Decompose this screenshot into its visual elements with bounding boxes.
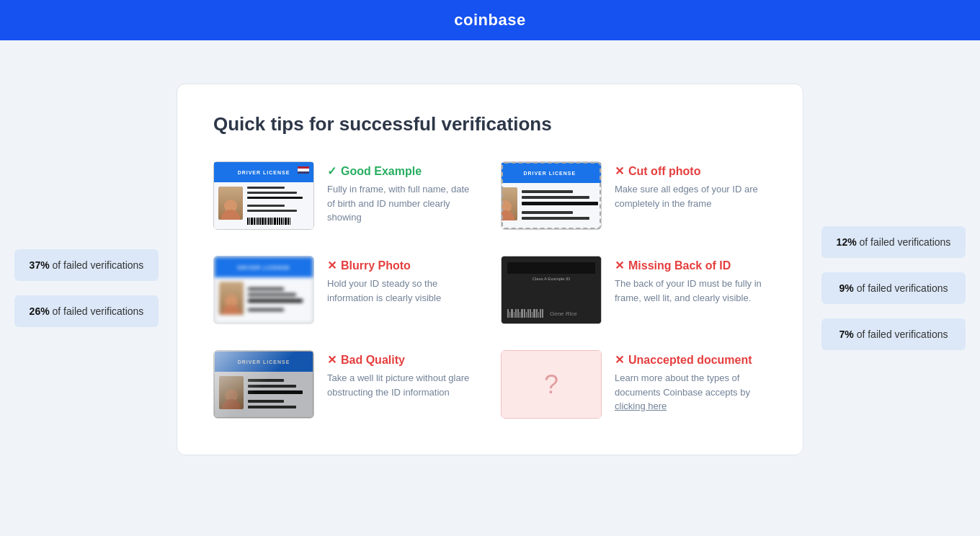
tip-title-unaccepted: Unaccepted document bbox=[628, 354, 752, 367]
right-stat-1: 12% of failed verifications bbox=[821, 226, 966, 258]
cross-icon-blurry: ✕ bbox=[327, 259, 337, 272]
left-stat-1: 37% of failed verifications bbox=[14, 249, 159, 281]
tip-unaccepted: ? ✕ Unaccepted document Learn more about… bbox=[501, 350, 767, 419]
tip-content-cutoff: ✕ Cut off photo Make sure all edges of y… bbox=[615, 161, 767, 210]
tip-title-back: Missing Back of ID bbox=[628, 259, 731, 272]
tip-title-row-good: ✓ Good Example bbox=[327, 164, 479, 178]
right-stat-1-percent: 12% bbox=[837, 236, 857, 248]
left-stats-panel: 37% of failed verifications 26% of faile… bbox=[14, 249, 159, 327]
right-stat-2-percent: 9% bbox=[839, 282, 854, 294]
right-stat-3-label: of failed verifications bbox=[857, 329, 948, 340]
tip-cut-off: DRIVER LICENSE bbox=[501, 161, 767, 230]
tip-title-row-blurry: ✕ Blurry Photo bbox=[327, 259, 479, 272]
cross-icon-unaccepted: ✕ bbox=[615, 353, 624, 367]
tip-title-bad-quality: Bad Quality bbox=[341, 354, 405, 367]
left-stat-1-label: of failed verifications bbox=[53, 259, 144, 271]
tip-blurry: DRIVER LICENSE bbox=[213, 256, 479, 324]
tip-title-row-unaccepted: ✕ Unaccepted document bbox=[615, 353, 767, 367]
tip-desc-good-example: Fully in frame, with full name, date of … bbox=[327, 182, 479, 225]
right-stat-1-label: of failed verifications bbox=[860, 236, 951, 248]
tips-grid: DRIVER LICENSE bbox=[213, 161, 767, 419]
tip-title-good-example: Good Example bbox=[341, 165, 422, 178]
tip-desc-bad-quality: Take a well lit picture without glare ob… bbox=[327, 371, 479, 399]
tip-content-bad: ✕ Bad Quality Take a well lit picture wi… bbox=[327, 350, 479, 399]
tip-title-row-back: ✕ Missing Back of ID bbox=[615, 259, 767, 272]
tip-desc-blurry: Hold your ID steady so the information i… bbox=[327, 277, 479, 305]
right-stat-3: 7% of failed verifications bbox=[821, 318, 966, 350]
coinbase-logo: coinbase bbox=[454, 11, 525, 30]
tip-title-cutoff: Cut off photo bbox=[628, 165, 700, 178]
cross-icon-back: ✕ bbox=[615, 259, 624, 272]
left-stat-2-percent: 26% bbox=[30, 305, 50, 317]
app-header: coinbase bbox=[0, 0, 980, 40]
right-stat-2-label: of failed verifications bbox=[857, 282, 948, 294]
right-stats-panel: 12% of failed verifications 9% of failed… bbox=[821, 226, 966, 350]
left-stat-2-label: of failed verifications bbox=[53, 305, 144, 317]
tip-image-bad: DRIVER LICENSE bbox=[213, 350, 314, 419]
tip-good-example: DRIVER LICENSE bbox=[213, 161, 479, 230]
question-mark-icon: ? bbox=[544, 370, 558, 400]
tip-content-unaccepted: ✕ Unaccepted document Learn more about t… bbox=[615, 350, 767, 414]
page-title: Quick tips for successful verifications bbox=[213, 113, 767, 135]
cross-icon-bad: ✕ bbox=[327, 353, 337, 367]
tip-title-row-cutoff: ✕ Cut off photo bbox=[615, 164, 767, 178]
tip-bad-quality: DRIVER LICENSE bbox=[213, 350, 479, 419]
clicking-here-link[interactable]: clicking here bbox=[615, 401, 667, 411]
tip-image-back: Class A Example ID bbox=[501, 256, 602, 324]
tip-content-good: ✓ Good Example Fully in frame, with full… bbox=[327, 161, 479, 225]
check-icon: ✓ bbox=[327, 164, 337, 178]
left-stat-1-percent: 37% bbox=[30, 259, 50, 271]
tip-missing-back: Class A Example ID bbox=[501, 256, 767, 324]
tip-title-blurry: Blurry Photo bbox=[341, 259, 411, 272]
cross-icon-cutoff: ✕ bbox=[615, 164, 624, 178]
tip-content-blurry: ✕ Blurry Photo Hold your ID steady so th… bbox=[327, 256, 479, 305]
left-stat-2: 26% of failed verifications bbox=[14, 295, 159, 327]
page-body: 37% of failed verifications 26% of faile… bbox=[0, 40, 980, 536]
right-stat-3-percent: 7% bbox=[839, 329, 854, 340]
tip-image-unaccepted: ? bbox=[501, 350, 602, 419]
tips-card: Quick tips for successful verifications … bbox=[177, 84, 803, 455]
tip-title-row-bad: ✕ Bad Quality bbox=[327, 353, 479, 367]
tip-content-back: ✕ Missing Back of ID The back of your ID… bbox=[615, 256, 767, 305]
tip-image-cutoff: DRIVER LICENSE bbox=[501, 161, 602, 230]
tip-desc-cutoff: Make sure all edges of your ID are compl… bbox=[615, 182, 767, 210]
right-stat-2: 9% of failed verifications bbox=[821, 272, 966, 304]
tip-desc-back: The back of your ID must be fully in fra… bbox=[615, 277, 767, 305]
tip-image-blurry: DRIVER LICENSE bbox=[213, 256, 314, 324]
tip-image-good: DRIVER LICENSE bbox=[213, 161, 314, 230]
tip-desc-unaccepted: Learn more about the types of documents … bbox=[615, 371, 767, 414]
